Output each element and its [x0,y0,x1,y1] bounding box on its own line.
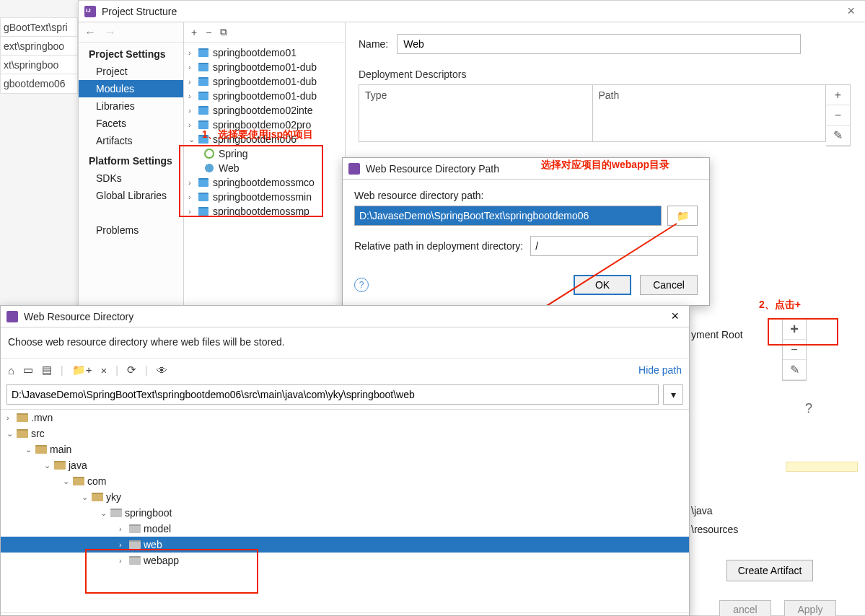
name-input[interactable] [397,34,801,54]
module-item[interactable]: ›springbootdemo01-dub [184,74,345,89]
wrp-relative-label: Relative path in deployment directory: [354,240,523,252]
module-icon [198,207,208,216]
project-icon[interactable]: ▤ [42,364,52,377]
dd-remove-icon[interactable]: − [826,105,850,126]
desktop-icon[interactable]: ▭ [23,364,33,377]
annotation-2-text: 2、点击+ [759,299,801,312]
module-item[interactable]: ›springbootdemossmin [184,190,345,204]
nav-history: ← → [79,22,183,43]
dd-edit-icon[interactable]: ✎ [826,126,850,146]
intellij-icon [84,6,96,17]
wrp-path-label: Web resource directory path: [354,190,698,201]
sidebar-item-modules[interactable]: Modules [79,80,183,97]
deployment-descriptors-table[interactable]: Type Path [359,84,826,142]
tree-label: src [31,428,45,439]
tree-label: com [87,475,106,487]
module-item[interactable]: ›springbootdemossmco [184,175,345,190]
web-icon [204,163,214,173]
close-icon[interactable]: × [667,309,683,324]
sidebar-item-sdks[interactable]: SDKs [79,170,183,187]
help-icon[interactable]: ? [354,278,369,292]
ok-button[interactable]: OK [574,275,631,295]
folder-icon [129,524,141,533]
folder-icon [73,477,84,485]
module-item[interactable]: ›springbootdemo01-dub [184,60,345,74]
dr-add-icon[interactable]: + [783,320,806,340]
folder-icon [35,445,47,454]
module-icon [198,63,208,71]
module-item[interactable]: ›springbootdemossmp [184,204,345,219]
path-fragment: \java [691,505,713,516]
tree-item-selected[interactable]: ›web [1,537,689,553]
home-icon[interactable]: ⌂ [8,364,14,377]
facet-item-web[interactable]: Web [184,161,345,175]
fc-path-dropdown-icon[interactable]: ▾ [663,384,683,405]
module-item[interactable]: ›springbootdemo01 [184,45,345,60]
facet-item-spring[interactable]: Spring [184,146,345,161]
browse-folder-button[interactable]: 📁 [667,206,698,226]
remove-module-icon[interactable]: − [206,27,211,38]
apply-button[interactable]: Apply [784,600,836,616]
tree-item[interactable]: ⌄src [1,426,689,441]
tree-item[interactable]: ⌄springboot [1,505,689,521]
create-artifact-button[interactable]: Create Artifact [726,560,813,581]
folder-icon [110,509,122,517]
fc-path-input[interactable] [6,384,659,405]
module-item[interactable]: ›springbootdemo01-dub [184,89,345,103]
delete-icon[interactable]: × [100,364,107,377]
tree-item[interactable]: ⌄com [1,473,689,489]
tree-item[interactable]: ›webapp [1,553,689,568]
close-icon[interactable]: × [843,4,859,19]
folder-icon [54,461,66,470]
sidebar-item-facets[interactable]: Facets [79,115,183,132]
tree-item[interactable]: ›.mvn [1,410,689,426]
module-icon [198,178,208,187]
dialog-title-bar: Project Structure × [79,1,865,22]
sidebar-item-globals[interactable]: Global Libraries [79,187,183,204]
annotation-1-text: 1、选择要使用jsp的项目 [202,128,313,141]
tree-label: web [144,539,162,550]
fc-tree[interactable]: ›.mvn ⌄src ⌄main ⌄java ⌄com ⌄yky ⌄spring… [1,409,689,612]
nav-back-icon[interactable]: ← [84,26,96,39]
dr-remove-icon[interactable]: − [783,340,806,360]
folder-icon [17,413,28,422]
deployment-descriptors-label: Deployment Descriptors [359,69,852,80]
wrp-title: Web Resource Directory Path [366,163,499,175]
cancel-button[interactable]: ancel [719,600,771,616]
wrp-relative-input[interactable] [530,236,698,256]
sidebar-item-problems[interactable]: Problems [79,221,183,239]
module-icon [198,193,208,201]
tree-label: webapp [144,555,179,566]
sidebar-item-project[interactable]: Project [79,63,183,80]
fc-toolbar: ⌂ ▭ ▤ | 📁+ × | ⟳ | 👁 Hide path [1,358,689,382]
bg-text: gBootText\spri [0,17,78,38]
tree-item[interactable]: ⌄java [1,457,689,473]
show-hidden-icon[interactable]: 👁 [157,364,167,377]
wrp-path-input[interactable] [354,206,662,226]
annotation-wrp-text: 选择对应项目的webapp目录 [541,159,669,172]
folder-icon: 📁 [677,210,689,221]
dr-edit-icon[interactable]: ✎ [783,360,806,380]
module-label: springbootdemossmco [213,177,315,188]
tree-item[interactable]: ›model [1,521,689,537]
tree-item[interactable]: ⌄main [1,441,689,457]
tree-item[interactable]: ⌄yky [1,489,689,505]
sidebar-header: Platform Settings [79,149,183,170]
copy-module-icon[interactable]: ⧉ [220,26,227,38]
hide-path-link[interactable]: Hide path [638,364,682,376]
nav-fwd-icon[interactable]: → [105,26,116,39]
sidebar-item-libraries[interactable]: Libraries [79,97,183,115]
module-toolbar: + − ⧉ [184,22,345,43]
refresh-icon[interactable]: ⟳ [127,364,136,377]
folder-icon [92,493,103,501]
dd-add-icon[interactable]: + [826,85,850,105]
dd-col-type: Type [359,85,593,141]
cancel-button[interactable]: Cancel [640,275,698,295]
add-module-icon[interactable]: + [191,27,197,38]
module-item[interactable]: ›springbootdemo02inte [184,103,345,118]
new-folder-icon[interactable]: 📁+ [72,364,92,377]
bg-text: ext\springboo [0,36,78,56]
module-label: springbootdemossmp [213,206,309,217]
sidebar-item-artifacts[interactable]: Artifacts [79,132,183,149]
help-icon[interactable]: ? [805,401,812,416]
